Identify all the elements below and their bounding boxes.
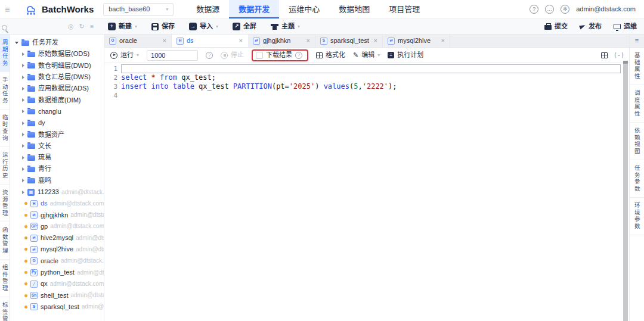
- import-button[interactable]: →导入▾: [189, 23, 218, 30]
- sidebar-item-component-manage[interactable]: 组件管理: [0, 260, 10, 297]
- code-area[interactable]: select * from qx_test;insert into table …: [121, 64, 621, 100]
- tab-list-icon[interactable]: ≡: [635, 38, 639, 44]
- caret-right-icon[interactable]: [22, 167, 24, 171]
- tree-folder-row[interactable]: 青行: [10, 163, 104, 174]
- download-result-label[interactable]: 下载结果: [266, 52, 292, 58]
- tree-task-row[interactable]: Pypython_testadmin@dtstac...: [10, 267, 104, 278]
- format-button[interactable]: 格式化: [316, 52, 345, 58]
- nav-item-ops-center[interactable]: 运维中心: [279, 0, 329, 18]
- tree-folder-row[interactable]: 数据维度(DIM): [10, 94, 104, 105]
- editor-scrollbar[interactable]: [623, 61, 628, 321]
- tree-task-row[interactable]: ⇄hive2mysqladmin@dtstac...: [10, 232, 104, 244]
- submit-button[interactable]: 提交: [544, 23, 568, 30]
- tree-folder-row[interactable]: 原始数据层(ODS): [10, 48, 104, 60]
- user-email[interactable]: admin@dtstack.com: [576, 6, 636, 13]
- refresh-icon[interactable]: ↻: [79, 23, 85, 30]
- list-icon[interactable]: ≡: [90, 23, 94, 30]
- close-icon[interactable]: ×: [306, 38, 310, 44]
- row-limit-input[interactable]: [147, 50, 198, 61]
- run-button[interactable]: 运行 ▾: [110, 52, 139, 59]
- download-help-icon[interactable]: ?: [295, 52, 302, 59]
- right-tab-basic-props[interactable]: 基础属性: [630, 48, 644, 85]
- edit-button[interactable]: ✎ 编辑 ▾: [353, 52, 380, 58]
- caret-right-icon[interactable]: [22, 87, 24, 91]
- tree-folder-row[interactable]: 数仓明细层(DWD): [10, 60, 104, 71]
- caret-right-icon[interactable]: [22, 64, 24, 67]
- sidebar-item-adhoc-query[interactable]: 临时查询: [0, 110, 10, 147]
- caret-right-icon[interactable]: [22, 110, 24, 113]
- right-tab-dependency-view[interactable]: 依赖视图: [630, 123, 644, 160]
- current-line[interactable]: [121, 64, 621, 73]
- nav-item-data-develop[interactable]: 数据开发: [229, 0, 279, 18]
- project-select[interactable]: bacth_base60 ▾: [103, 3, 174, 16]
- caret-right-icon[interactable]: [22, 52, 24, 56]
- tree-task-row[interactable]: ▦112233admin@dtstack.c...: [10, 186, 104, 198]
- tree-folder-row[interactable]: changlu: [10, 106, 104, 117]
- sidebar-item-resource-manage[interactable]: 资源管理: [0, 185, 10, 222]
- caret-right-icon[interactable]: [22, 121, 24, 125]
- sidebar-item-tag-manage[interactable]: 标签管理: [0, 297, 10, 321]
- caret-right-icon[interactable]: [22, 179, 24, 182]
- caret-right-icon[interactable]: [22, 98, 24, 102]
- tree-folder-row[interactable]: 文长: [10, 141, 104, 152]
- new-button[interactable]: +新建▾: [108, 23, 137, 30]
- caret-right-icon[interactable]: [22, 133, 24, 136]
- limit-help-icon[interactable]: ?: [206, 52, 213, 59]
- search-icon[interactable]: [2, 25, 7, 30]
- tab-gjhgjkhkn[interactable]: ⇄gjhgjkhkn×: [248, 35, 315, 47]
- right-tab-env-params[interactable]: 环境参数: [630, 198, 644, 235]
- tree-folder-row[interactable]: 琉易: [10, 152, 104, 163]
- sidebar-item-cycle-task[interactable]: 周期任务: [0, 35, 10, 72]
- tree-folder-row[interactable]: 鹿鸣: [10, 175, 104, 186]
- settings-gear-icon[interactable]: ✻: [561, 5, 569, 14]
- ops-button[interactable]: 运维: [614, 23, 637, 30]
- code-line[interactable]: [121, 91, 621, 100]
- tree-task-row[interactable]: Shshell_testadmin@dtstack....: [10, 290, 104, 301]
- nav-item-datasource[interactable]: 数据源: [187, 0, 229, 18]
- close-icon[interactable]: ×: [163, 38, 166, 44]
- tree-task-row[interactable]: ⇄gjhgjkhknadmin@dtstack....: [10, 209, 104, 220]
- tree-folder-row[interactable]: 数仓汇总层(DWS): [10, 71, 104, 83]
- save-button[interactable]: 保存: [151, 23, 175, 30]
- theme-button[interactable]: 主题▾: [271, 23, 300, 30]
- tab-mysql2hive[interactable]: ⇄mysql2hive×: [383, 35, 450, 47]
- tree-folder-row[interactable]: 任务开发: [10, 37, 104, 48]
- tree-task-row[interactable]: Ssparksql_testadmin@dtst...: [10, 301, 104, 313]
- close-icon[interactable]: ×: [374, 38, 377, 44]
- tree-task-row[interactable]: GPgpadmin@dtstack.com 锁...: [10, 221, 104, 232]
- tree-task-row[interactable]: Ooracleadmin@dtstack.co...: [10, 255, 104, 267]
- tree-folder-row[interactable]: dy: [10, 117, 104, 129]
- nav-item-data-map[interactable]: 数据地图: [329, 0, 379, 18]
- caret-right-icon[interactable]: [22, 191, 24, 194]
- execution-plan-button[interactable]: ≡ 执行计划: [388, 52, 423, 58]
- collapse-icon[interactable]: (-): [614, 52, 624, 58]
- locate-icon[interactable]: ◎: [68, 23, 74, 30]
- code-line[interactable]: select * from qx_test;: [121, 73, 621, 82]
- tree-task-row[interactable]: ⇄mysql2hiveadmin@dtstac...: [10, 244, 104, 255]
- code-line[interactable]: insert into table qx_test PARTITION(pt='…: [121, 82, 621, 91]
- fullscreen-button[interactable]: ↗全屏: [233, 23, 256, 30]
- download-result-checkbox[interactable]: [256, 52, 263, 59]
- stop-button[interactable]: 停止: [221, 52, 244, 59]
- caret-right-icon[interactable]: [22, 76, 24, 79]
- tab-ds[interactable]: Hds×: [172, 35, 248, 47]
- code-editor[interactable]: 1234 select * from qx_test;insert into t…: [104, 63, 629, 321]
- result-table-icon[interactable]: [601, 52, 608, 58]
- sidebar-item-run-history[interactable]: 运行历史: [0, 147, 10, 185]
- sidebar-item-function-manage[interactable]: 函数管理: [0, 222, 10, 260]
- menu-icon[interactable]: ≡: [5, 5, 17, 14]
- close-icon[interactable]: ×: [441, 38, 445, 44]
- close-icon[interactable]: ×: [239, 38, 243, 44]
- tree-task-row[interactable]: ╱qxadmin@dtstack.com 锁...: [10, 278, 104, 289]
- help-icon[interactable]: ?: [530, 5, 538, 14]
- right-tab-schedule-props[interactable]: 调度属性: [630, 85, 644, 123]
- caret-down-icon[interactable]: [15, 42, 18, 44]
- sidebar-item-manual-task[interactable]: 手动任务: [0, 72, 10, 110]
- nav-item-project-manage[interactable]: 项目管理: [379, 0, 429, 18]
- tab-oracle[interactable]: Ooracle×: [104, 35, 172, 47]
- caret-right-icon[interactable]: [22, 144, 24, 148]
- right-tab-task-params[interactable]: 任务参数: [630, 160, 644, 198]
- tab-sparksql_test[interactable]: Ssparksql_test×: [315, 35, 383, 47]
- caret-right-icon[interactable]: [22, 156, 24, 160]
- publish-button[interactable]: 发布: [580, 23, 602, 30]
